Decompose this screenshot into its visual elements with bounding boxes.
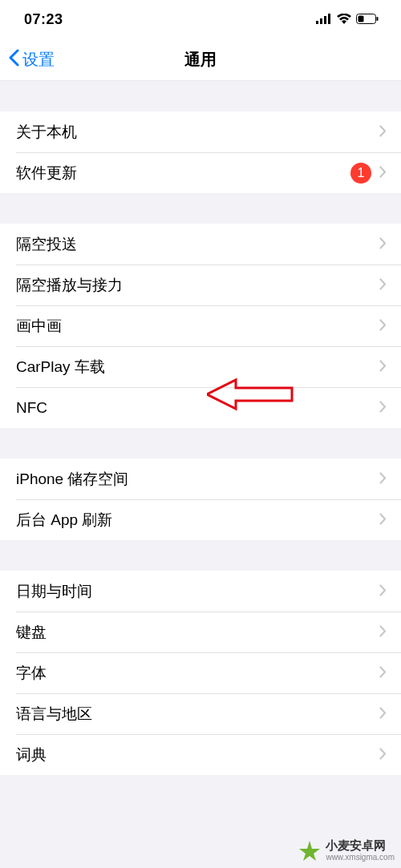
battery-icon xyxy=(356,11,379,28)
svg-rect-2 xyxy=(324,16,326,24)
watermark-main: 小麦安卓网 xyxy=(326,838,395,852)
chevron-right-icon xyxy=(379,123,387,141)
cellular-signal-icon xyxy=(316,11,332,28)
back-label: 设置 xyxy=(22,49,55,71)
back-button[interactable]: 设置 xyxy=(0,49,55,71)
page-title: 通用 xyxy=(184,49,217,71)
svg-rect-1 xyxy=(320,18,322,24)
row-nfc[interactable]: NFC xyxy=(0,387,401,428)
row-date-and-time[interactable]: 日期与时间 xyxy=(0,571,401,612)
row-label: 键盘 xyxy=(16,622,379,643)
svg-rect-5 xyxy=(358,15,364,22)
row-label: 日期与时间 xyxy=(16,581,379,602)
row-label: 隔空投送 xyxy=(16,234,379,255)
wifi-icon xyxy=(337,11,351,28)
settings-group: iPhone 储存空间 后台 App 刷新 xyxy=(0,458,401,540)
chevron-right-icon xyxy=(379,511,387,529)
watermark: 小麦安卓网 www.xmsigma.com xyxy=(298,838,395,862)
chevron-left-icon xyxy=(8,49,19,71)
row-language-and-region[interactable]: 语言与地区 xyxy=(0,693,401,734)
chevron-right-icon xyxy=(379,317,387,335)
watermark-sub: www.xmsigma.com xyxy=(326,853,395,862)
chevron-right-icon xyxy=(379,624,387,641)
row-keyboard[interactable]: 键盘 xyxy=(0,612,401,652)
row-carplay[interactable]: CarPlay 车载 xyxy=(0,346,401,387)
settings-group: 日期与时间 键盘 字体 语言与地区 词典 xyxy=(0,571,401,775)
row-iphone-storage[interactable]: iPhone 储存空间 xyxy=(0,458,401,499)
chevron-right-icon xyxy=(379,664,387,682)
svg-rect-0 xyxy=(316,21,318,24)
row-label: CarPlay 车载 xyxy=(16,357,379,377)
row-label: 关于本机 xyxy=(16,122,379,143)
row-label: 字体 xyxy=(16,663,379,684)
chevron-right-icon xyxy=(379,470,387,488)
chevron-right-icon xyxy=(379,164,387,182)
row-label: NFC xyxy=(16,399,379,417)
chevron-right-icon xyxy=(379,705,387,723)
row-label: 后台 App 刷新 xyxy=(16,510,379,531)
watermark-text: 小麦安卓网 www.xmsigma.com xyxy=(326,838,395,862)
svg-rect-6 xyxy=(377,17,379,21)
status-icons xyxy=(316,11,379,28)
settings-group: 隔空投送 隔空播放与接力 画中画 CarPlay 车载 NFC xyxy=(0,224,401,428)
row-label: 语言与地区 xyxy=(16,704,379,725)
row-label: 隔空播放与接力 xyxy=(16,275,379,296)
row-dictionary[interactable]: 词典 xyxy=(0,734,401,775)
row-label: 软件更新 xyxy=(16,163,350,184)
svg-rect-3 xyxy=(328,14,330,24)
row-software-update[interactable]: 软件更新 1 xyxy=(0,152,401,193)
watermark-logo-icon xyxy=(298,839,321,862)
chevron-right-icon xyxy=(379,746,387,764)
row-picture-in-picture[interactable]: 画中画 xyxy=(0,305,401,346)
notification-badge: 1 xyxy=(350,163,371,184)
chevron-right-icon xyxy=(379,277,387,294)
row-background-app-refresh[interactable]: 后台 App 刷新 xyxy=(0,499,401,540)
row-about[interactable]: 关于本机 xyxy=(0,111,401,152)
settings-group: 关于本机 软件更新 1 xyxy=(0,111,401,193)
row-label: 词典 xyxy=(16,745,379,765)
status-bar: 07:23 xyxy=(0,0,401,38)
nav-bar: 设置 通用 xyxy=(0,38,401,81)
row-label: 画中画 xyxy=(16,316,379,337)
row-airplay-handoff[interactable]: 隔空播放与接力 xyxy=(0,264,401,305)
status-time: 07:23 xyxy=(24,11,63,28)
row-fonts[interactable]: 字体 xyxy=(0,652,401,693)
chevron-right-icon xyxy=(379,358,387,376)
row-airdrop[interactable]: 隔空投送 xyxy=(0,224,401,264)
chevron-right-icon xyxy=(379,399,387,417)
chevron-right-icon xyxy=(379,583,387,600)
row-label: iPhone 储存空间 xyxy=(16,469,379,490)
chevron-right-icon xyxy=(379,236,387,253)
